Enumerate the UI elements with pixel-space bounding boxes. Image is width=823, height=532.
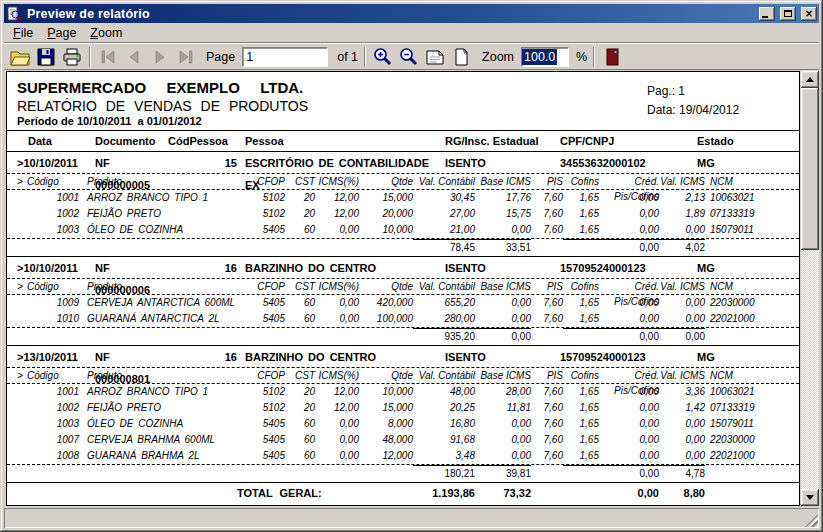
- cell: 21,00: [413, 222, 475, 238]
- report-page: SUPERMERCADO EXEMPLO LTDA. RELATÓRIO DE …: [6, 71, 800, 506]
- cell: GUARANÁ BRAHMA 2L: [79, 448, 237, 464]
- cell: 22030000: [705, 432, 799, 448]
- column-header: RG/Insc. Estadual: [445, 131, 560, 151]
- group-subtotal-row: 935,200,000,000,00: [7, 328, 799, 345]
- minimize-icon: [762, 16, 768, 18]
- cell: 30,45: [413, 190, 475, 206]
- vertical-scrollbar: [801, 71, 819, 506]
- cell: [315, 328, 359, 345]
- print-button[interactable]: [59, 45, 85, 69]
- toolbar-separator: [364, 47, 366, 67]
- scroll-up-button[interactable]: [801, 71, 819, 88]
- cell: 0,00: [475, 222, 531, 238]
- menubar: FilePageZoom: [4, 23, 819, 43]
- arrow-up-icon: [806, 73, 814, 82]
- cell: 0,00: [599, 448, 659, 464]
- first-page-icon: [97, 46, 119, 68]
- detail-row: 1010GUARANÁ ANTARCTICA 2L5405600,00100,0…: [7, 311, 799, 327]
- cell: 48,00: [413, 384, 475, 400]
- scroll-down-button[interactable]: [801, 489, 819, 506]
- menu-zoom[interactable]: Zoom: [83, 24, 129, 42]
- cell: ARROZ BRANCO TIPO 1: [79, 384, 237, 400]
- cell: 0,00: [475, 311, 531, 327]
- cell: 100,000: [359, 311, 413, 327]
- scrollbar-thumb[interactable]: [801, 88, 819, 250]
- open-button[interactable]: [7, 45, 33, 69]
- minimize-button[interactable]: [759, 7, 775, 21]
- cell: 1010: [27, 311, 79, 327]
- cell: [17, 206, 27, 222]
- cell: 10063021: [705, 190, 799, 206]
- save-button[interactable]: [33, 45, 59, 69]
- whole-page-button[interactable]: [448, 45, 474, 69]
- cell: 15079011: [705, 416, 799, 432]
- prev-page-button[interactable]: [121, 45, 147, 69]
- grand-total-value: 1.193,86: [413, 483, 475, 503]
- cell: [79, 328, 237, 345]
- cell: 7,60: [531, 400, 563, 416]
- cell: 60: [285, 311, 315, 327]
- titlebar: Preview de relatório ×: [4, 4, 819, 23]
- zoom-input[interactable]: 100.0: [521, 47, 569, 67]
- subtotal-value: 4,02: [659, 239, 705, 256]
- cell: 20,000: [359, 206, 413, 222]
- cell: [17, 384, 27, 400]
- group-header-row: >13/10/2011NF 00000080116BARZINHO DO CEN…: [7, 346, 799, 367]
- cell: 7,60: [531, 448, 563, 464]
- cell: 1008: [27, 448, 79, 464]
- cell: 280,00: [413, 311, 475, 327]
- printer-icon: [61, 46, 83, 68]
- zoom-in-button[interactable]: [370, 45, 396, 69]
- zoom-value: 100.0: [522, 49, 557, 65]
- scrollbar-track[interactable]: [801, 88, 819, 489]
- cell: 0,00: [659, 432, 705, 448]
- first-page-button[interactable]: [95, 45, 121, 69]
- cell: [315, 465, 359, 482]
- preview-window: Preview de relatório × FilePageZoom: [0, 0, 823, 532]
- menu-page[interactable]: Page: [40, 24, 83, 42]
- cell: 7,60: [531, 416, 563, 432]
- window-title: Preview de relatório: [25, 7, 754, 21]
- cell: 15,000: [359, 190, 413, 206]
- cell: 15079011: [705, 222, 799, 238]
- cell: 1002: [27, 206, 79, 222]
- cell: 7,60: [531, 295, 563, 311]
- cell: 60: [285, 295, 315, 311]
- close-button[interactable]: ×: [801, 7, 817, 21]
- cell: 0,00: [475, 416, 531, 432]
- cell: [531, 239, 563, 256]
- report-preview-icon: [6, 6, 22, 22]
- cell: [315, 239, 359, 256]
- next-page-icon: [149, 46, 171, 68]
- subtotal-value: 78,45: [413, 239, 475, 256]
- exit-button[interactable]: [599, 45, 625, 69]
- grand-total-value: 0,00: [599, 483, 659, 503]
- cell: 1002: [27, 400, 79, 416]
- cell: 15,000: [359, 400, 413, 416]
- cell: 15,75: [475, 206, 531, 222]
- menu-file[interactable]: File: [6, 24, 40, 42]
- cell: 1,65: [563, 448, 599, 464]
- zoom-out-button[interactable]: [396, 45, 422, 69]
- cell: 0,00: [599, 190, 659, 206]
- cell: 27,00: [413, 206, 475, 222]
- toolbar-separator: [89, 47, 91, 67]
- cell: 0,00: [659, 222, 705, 238]
- cell: [359, 328, 413, 345]
- cell: 12,00: [315, 400, 359, 416]
- page-width-button[interactable]: [422, 45, 448, 69]
- cell: 5405: [237, 416, 285, 432]
- maximize-button[interactable]: [780, 7, 796, 21]
- next-page-button[interactable]: [147, 45, 173, 69]
- last-page-button[interactable]: [173, 45, 199, 69]
- cell: 5405: [237, 295, 285, 311]
- cell: [237, 328, 285, 345]
- subtotal-value: 0,00: [599, 465, 659, 482]
- page-number-input[interactable]: [242, 47, 328, 67]
- cell: [17, 416, 27, 432]
- cell: 5405: [237, 432, 285, 448]
- cell: 5102: [237, 190, 285, 206]
- cell: 0,00: [475, 295, 531, 311]
- cell: 0,00: [599, 432, 659, 448]
- resize-grip[interactable]: [805, 514, 818, 527]
